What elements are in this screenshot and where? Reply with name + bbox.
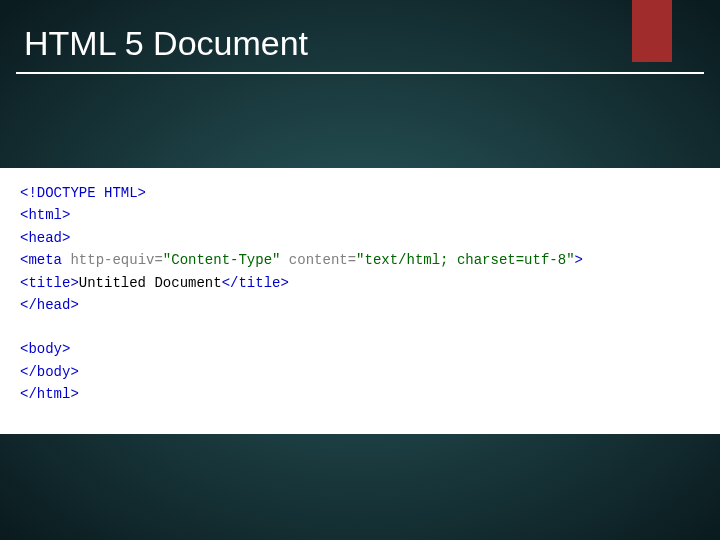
code-blank-line — [20, 316, 700, 338]
code-token: Untitled Document — [79, 275, 222, 291]
code-line: <meta http-equiv="Content-Type" content=… — [20, 249, 700, 271]
code-token: <!DOCTYPE HTML> — [20, 185, 146, 201]
code-token: > — [575, 252, 583, 268]
code-token: <title> — [20, 275, 79, 291]
code-line: <title>Untitled Document</title> — [20, 272, 700, 294]
code-panel: <!DOCTYPE HTML><html><head><meta http-eq… — [0, 168, 720, 434]
code-token: content= — [280, 252, 356, 268]
code-token: </title> — [222, 275, 289, 291]
code-line: <head> — [20, 227, 700, 249]
code-token: <body> — [20, 341, 70, 357]
code-token: "text/html; charset=utf-8" — [356, 252, 574, 268]
title-bar: HTML 5 Document — [16, 14, 704, 74]
accent-block — [632, 0, 672, 62]
code-token: </head> — [20, 297, 79, 313]
code-token: <html> — [20, 207, 70, 223]
code-line: <body> — [20, 338, 700, 360]
code-token: http-equiv= — [70, 252, 162, 268]
code-line: </body> — [20, 361, 700, 383]
code-line: </html> — [20, 383, 700, 405]
code-token: "Content-Type" — [163, 252, 281, 268]
code-token: </html> — [20, 386, 79, 402]
code-token: <head> — [20, 230, 70, 246]
slide-title: HTML 5 Document — [16, 24, 308, 63]
code-token: <meta — [20, 252, 70, 268]
code-line: <!DOCTYPE HTML> — [20, 182, 700, 204]
code-line: </head> — [20, 294, 700, 316]
code-token: </body> — [20, 364, 79, 380]
code-line: <html> — [20, 204, 700, 226]
